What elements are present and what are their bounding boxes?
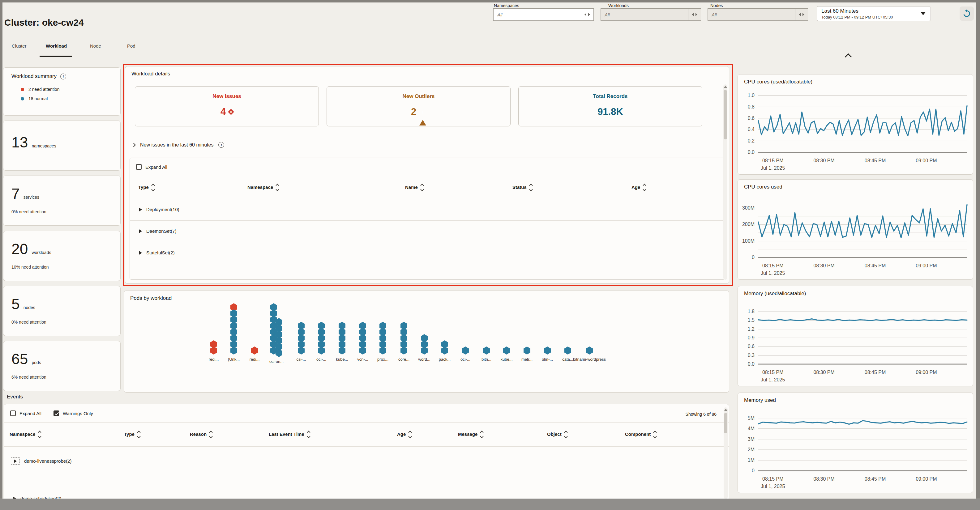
column-namespace[interactable]: Namespace [247,184,278,191]
expand-row-icon[interactable] [139,251,142,255]
sort-icon[interactable] [480,431,483,438]
pod-dot-stack[interactable] [523,346,530,354]
pod-normal-dot[interactable] [564,346,571,354]
sort-icon[interactable] [210,431,212,438]
events-expand-all-control[interactable]: Expand All [10,410,41,416]
namespaces-filter[interactable]: All [493,8,594,21]
column-status[interactable]: Status [512,184,532,191]
info-icon[interactable]: i [218,142,224,148]
sort-icon[interactable] [152,184,154,191]
sort-icon[interactable] [38,431,41,438]
tab-pod[interactable]: Pod [127,43,135,49]
events-row-scheduling[interactable]: demo-scheduling(2) [13,496,62,499]
pod-dot-stack[interactable] [339,322,345,354]
warnings-only-checkbox[interactable] [54,410,59,416]
pods-by-workload-chart[interactable]: redi...(Unk...redi...oci-on...csi-...oci… [124,291,729,392]
tab-cluster[interactable]: Cluster [12,43,27,49]
mem-used-chart[interactable]: 5M4M3M2M1M008:15 PMJul 1, 202508:30 PM08… [740,407,972,491]
pod-dot-stack[interactable] [275,318,282,357]
info-icon[interactable]: i [60,73,66,79]
pod-normal-dot[interactable] [586,346,593,354]
table-row-daemonset[interactable]: DaemonSet(7) [139,229,177,234]
sort-icon[interactable] [530,184,532,191]
sort-icon[interactable] [138,431,140,438]
nodes-spinner[interactable] [795,9,808,21]
workloads-filter[interactable]: All [601,8,701,21]
pod-dot-stack[interactable] [401,322,407,354]
events-column-reason[interactable]: Reason [190,431,212,437]
expand-row-icon[interactable] [139,208,142,211]
table-row-statefulset[interactable]: StatefulSet(2) [139,250,175,255]
scroll-up-icon[interactable] [724,86,727,88]
pod-dot-stack[interactable] [421,334,428,354]
chevron-right-icon[interactable] [131,143,136,147]
events-scrollbar[interactable] [724,407,728,499]
scrollbar-thumb[interactable] [724,413,727,433]
pod-dot-stack[interactable] [544,346,551,354]
next-icon[interactable] [588,13,590,16]
pod-attention-dot[interactable] [210,346,217,354]
events-column-age[interactable]: Age [397,431,411,437]
focused-expand-icon[interactable] [11,458,20,465]
pod-dot-stack[interactable] [318,322,325,354]
column-name[interactable]: Name [405,184,423,191]
namespaces-stat-card[interactable]: 13 namespaces [3,121,121,171]
sort-icon[interactable] [643,184,646,191]
pod-attention-dot[interactable] [251,346,258,354]
services-stat-card[interactable]: 7 services 0% need attention [3,176,121,226]
events-column-object[interactable]: Object [547,431,567,437]
nodes-stat-card[interactable]: 5 nodes 0% need attention [3,286,121,336]
next-icon[interactable] [802,13,804,16]
scrollbar[interactable] [723,84,727,280]
new-outliers-kpi[interactable]: New Outliers 2 ! [326,86,511,126]
next-icon[interactable] [695,13,697,16]
events-column-last-event-time[interactable]: Last Event Time [269,431,310,437]
nodes-filter[interactable]: All [708,8,808,21]
sort-icon[interactable] [654,431,656,438]
events-column-type[interactable]: Type [124,431,140,437]
pod-dot-stack[interactable] [586,346,593,354]
column-type[interactable]: Type [138,184,154,191]
pod-dot-stack[interactable] [231,303,237,354]
table-row-deployment[interactable]: Deployment(10) [139,207,179,212]
pod-dot-stack[interactable] [298,322,305,354]
events-row-livenessprobe[interactable]: demo-livenessprobe(2) [11,458,72,465]
events-column-component[interactable]: Component [625,431,656,437]
pod-normal-dot[interactable] [231,346,237,354]
pod-normal-dot[interactable] [379,346,386,354]
new-issues-collapsible[interactable]: New issues in the last 60 minutes i [132,142,224,148]
expand-all-control[interactable]: Expand All [136,164,167,170]
column-age[interactable]: Age [632,184,646,191]
time-range-selector[interactable]: Last 60 Minutes Today 08:12 PM - 09:12 P… [817,6,931,21]
workload-summary-card[interactable]: Workload summary i 2 need attention 18 n… [3,67,121,116]
mem-alloc-chart[interactable]: 1.81.51.20.90.60.30.008:15 PMJul 1, 2025… [740,300,972,384]
pod-normal-dot[interactable] [544,346,551,354]
pod-normal-dot[interactable] [360,346,366,354]
pod-dot-stack[interactable] [360,322,366,354]
warnings-only-control[interactable]: Warnings Only [54,410,93,416]
events-column-namespace[interactable]: Namespace [10,431,41,437]
prev-icon[interactable] [799,13,801,16]
pods-stat-card[interactable]: 65 pods 6% need attention [3,341,121,391]
collapse-charts-button[interactable] [846,54,851,60]
sort-icon[interactable] [276,184,278,191]
pod-normal-dot[interactable] [401,346,407,354]
pod-normal-dot[interactable] [462,346,469,354]
cpu-alloc-chart[interactable]: 1.00.80.60.40.20.008:15 PMJul 1, 202508:… [740,89,972,173]
pod-dot-stack[interactable] [210,340,217,354]
scrollbar-thumb[interactable] [724,90,727,140]
workloads-stat-card[interactable]: 20 workloads 10% need attention [3,231,121,281]
sort-icon[interactable] [307,431,310,438]
pod-normal-dot[interactable] [318,346,325,354]
sort-icon[interactable] [409,431,411,438]
namespaces-spinner[interactable] [581,9,593,21]
sort-icon[interactable] [421,184,423,191]
scroll-up-icon[interactable] [724,408,727,411]
pod-dot-stack[interactable] [483,346,490,354]
pod-normal-dot[interactable] [339,346,345,354]
pod-normal-dot[interactable] [275,349,282,357]
total-records-kpi[interactable]: Total Records 91.8K [518,86,702,126]
pod-normal-dot[interactable] [298,346,305,354]
pod-normal-dot[interactable] [523,346,530,354]
events-expand-all-checkbox[interactable] [10,410,16,416]
